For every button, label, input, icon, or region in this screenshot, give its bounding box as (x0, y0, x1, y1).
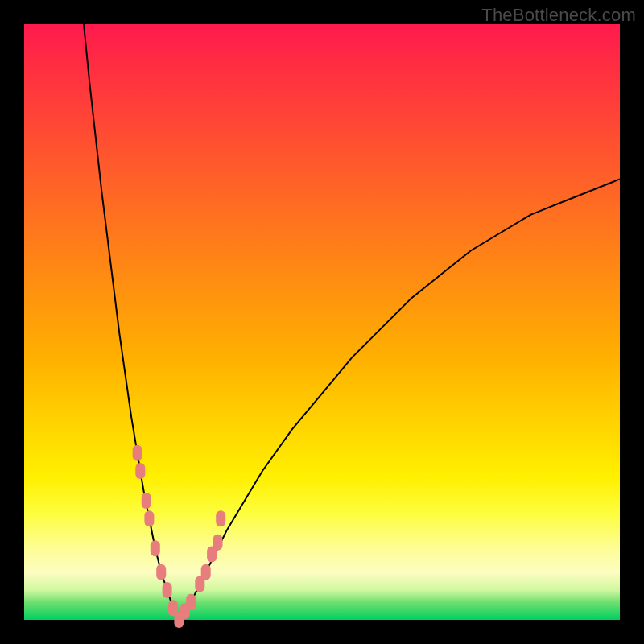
chart-svg (24, 24, 620, 620)
marker-point (163, 582, 172, 598)
chart-container: TheBottleneck.com (0, 0, 644, 644)
marker-point (216, 510, 225, 526)
watermark-text: TheBottleneck.com (481, 5, 636, 26)
marker-point (142, 493, 151, 509)
markers-group (133, 445, 226, 628)
curve-right-branch (179, 179, 620, 620)
marker-point (156, 564, 166, 580)
plot-area (24, 24, 620, 620)
marker-point (135, 463, 145, 479)
marker-point (151, 540, 160, 556)
marker-point (186, 594, 196, 610)
curve-left-branch (84, 24, 179, 620)
marker-point (133, 445, 142, 461)
marker-point (213, 535, 223, 551)
marker-point (144, 510, 154, 526)
marker-point (201, 564, 211, 580)
